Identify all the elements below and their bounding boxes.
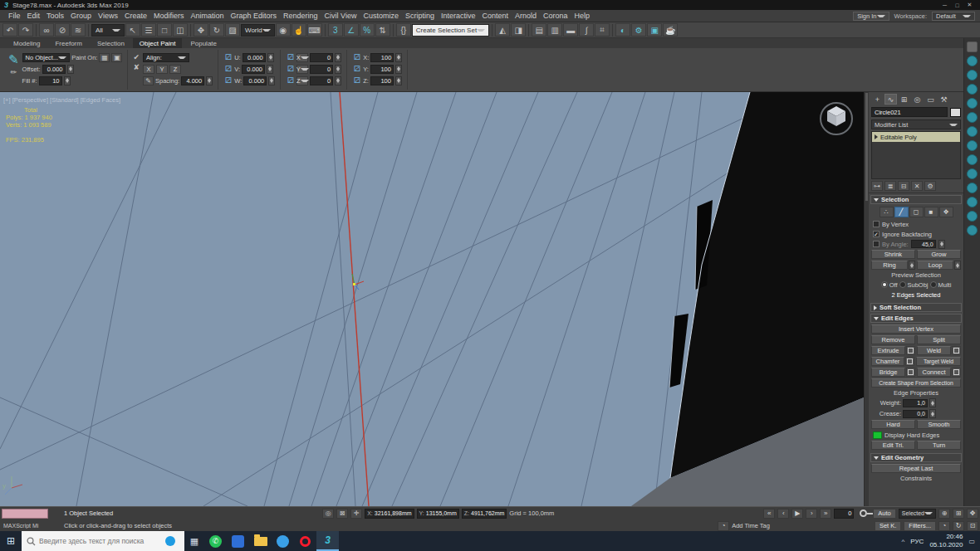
percent-snap-icon[interactable]: % xyxy=(360,23,375,37)
edit-named-selection-sets-icon[interactable]: {} xyxy=(396,23,411,37)
rotation-z-spinner[interactable] xyxy=(335,76,341,85)
weld-button[interactable]: Weld xyxy=(917,346,951,355)
u-spinner[interactable] xyxy=(267,53,274,62)
cortana-icon[interactable] xyxy=(165,536,175,546)
time-tag-icon[interactable]: ◔ xyxy=(718,521,729,531)
dock-tool-icon[interactable] xyxy=(967,70,978,80)
close-icon[interactable]: ✕ xyxy=(963,1,976,10)
by-angle-checkbox[interactable] xyxy=(873,241,880,247)
scale-x-spinner[interactable] xyxy=(395,53,402,62)
tab-utilities[interactable]: ⚒ xyxy=(938,94,950,105)
crease-spinner[interactable] xyxy=(929,409,936,418)
maximize-icon[interactable]: □ xyxy=(951,1,963,10)
menu-interactive[interactable]: Interactive xyxy=(438,12,479,20)
preview-off-radio[interactable] xyxy=(881,281,888,288)
tab-create[interactable]: + xyxy=(871,94,884,105)
menu-file[interactable]: File xyxy=(5,12,24,20)
render-production-icon[interactable]: ☕ xyxy=(663,23,678,37)
preview-subobj-radio[interactable] xyxy=(899,281,906,288)
weight-input[interactable]: 1,0 xyxy=(903,399,928,407)
paint-on-scene-icon[interactable]: ▦ xyxy=(99,53,110,62)
select-and-scale-icon[interactable]: ▨ xyxy=(225,23,240,37)
isolate-selection-icon[interactable]: ◎ xyxy=(322,509,334,519)
named-selection-sets-dropdown[interactable]: Create Selection Set xyxy=(412,24,489,37)
remove-button[interactable]: Remove xyxy=(871,335,915,344)
randomize-rx-icon[interactable]: ⚂ xyxy=(286,53,295,61)
rotation-x-dropdown[interactable]: X xyxy=(296,53,308,62)
zoom-icon[interactable]: ⊕ xyxy=(938,509,950,519)
dock-tool-icon[interactable] xyxy=(967,41,978,52)
unlink-selection-icon[interactable]: ⊘ xyxy=(55,23,70,37)
absolute-mode-icon[interactable]: ✛ xyxy=(350,509,362,519)
go-to-end-icon[interactable]: » xyxy=(820,509,831,519)
menu-content[interactable]: Content xyxy=(478,12,512,20)
randomize-sy-icon[interactable]: ⚂ xyxy=(352,65,361,73)
selection-lock-icon[interactable]: ⊠ xyxy=(336,509,348,519)
key-filters-button[interactable]: Filters... xyxy=(904,521,936,531)
3dsmax-taskbar-icon[interactable]: 3 xyxy=(316,531,339,551)
dock-tool-icon[interactable] xyxy=(967,84,978,95)
menu-tools[interactable]: Tools xyxy=(43,12,67,20)
viewport-canvas[interactable] xyxy=(0,92,864,506)
hard-edge-color-swatch[interactable] xyxy=(873,432,882,439)
crease-input[interactable]: 0,0 xyxy=(903,410,928,418)
app-taskbar-icon[interactable] xyxy=(227,531,249,551)
select-and-move-icon[interactable]: ✥ xyxy=(194,23,208,37)
go-to-start-icon[interactable]: « xyxy=(763,509,775,519)
soft-selection-rollout-header[interactable]: Soft Selection xyxy=(870,303,962,312)
rotation-y-dropdown[interactable]: Y xyxy=(296,65,308,74)
v-input[interactable]: 0.000 xyxy=(242,65,265,74)
pin-stack-icon[interactable]: ⊶ xyxy=(871,181,883,191)
language-indicator[interactable]: РУС xyxy=(910,538,924,545)
taskbar-clock[interactable]: 20:46 05.10.2020 xyxy=(929,533,963,549)
scene-explorer-icon[interactable]: ▤ xyxy=(532,23,546,37)
spacing-input[interactable]: 4.000 xyxy=(181,76,204,85)
dock-tool-icon[interactable] xyxy=(967,183,978,193)
bridge-settings-icon[interactable] xyxy=(906,368,915,377)
cancel-cross-icon[interactable]: ✘ xyxy=(133,63,140,71)
edge-mode-icon[interactable]: ╱ xyxy=(894,207,909,217)
w-input[interactable]: 0.000 xyxy=(243,76,267,85)
element-mode-icon[interactable]: ❖ xyxy=(939,207,953,217)
turn-button[interactable]: Turn xyxy=(917,441,961,450)
selection-region-icon[interactable]: □ xyxy=(157,23,172,37)
border-mode-icon[interactable]: ◻ xyxy=(909,207,924,217)
y-coordinate-field[interactable]: Y:13155,0mm xyxy=(417,509,459,519)
align-z-button[interactable]: Z xyxy=(169,65,181,74)
menu-arnold[interactable]: Arnold xyxy=(512,12,540,20)
dock-tool-icon[interactable] xyxy=(967,168,978,179)
configure-modifier-sets-icon[interactable]: ⚙ xyxy=(924,181,936,191)
schematic-view-icon[interactable]: ⌗ xyxy=(595,23,610,37)
weld-settings-icon[interactable] xyxy=(952,346,961,355)
align-x-button[interactable]: X xyxy=(143,65,154,74)
ring-button[interactable]: Ring xyxy=(871,261,908,270)
fill-spinner[interactable] xyxy=(64,76,71,85)
dock-tool-icon[interactable] xyxy=(967,211,978,222)
object-name-field[interactable]: Circle021 xyxy=(871,107,948,117)
paint-on-selected-icon[interactable]: ▣ xyxy=(111,53,122,62)
spacing-brush-icon[interactable]: ✎ xyxy=(143,76,154,85)
minimize-icon[interactable]: ─ xyxy=(938,1,951,10)
edit-geometry-rollout-header[interactable]: Edit Geometry xyxy=(870,453,962,462)
extrude-settings-icon[interactable] xyxy=(906,346,915,355)
notification-center-icon[interactable]: ▭ xyxy=(968,538,975,545)
rotation-y-input[interactable]: 0 xyxy=(310,65,333,74)
curve-editor-icon[interactable]: ∫ xyxy=(579,23,594,37)
tab-populate[interactable]: Populate xyxy=(184,38,223,48)
menu-views[interactable]: Views xyxy=(95,12,121,20)
split-button[interactable]: Split xyxy=(917,335,961,344)
weight-spinner[interactable] xyxy=(929,398,936,407)
current-frame-field[interactable]: 0 xyxy=(834,509,854,519)
select-and-manipulate-icon[interactable]: ☝ xyxy=(292,23,306,37)
menu-animation[interactable]: Animation xyxy=(187,12,227,20)
modifier-list-dropdown[interactable]: Modifier List xyxy=(871,119,961,129)
scale-y-spinner[interactable] xyxy=(395,65,402,74)
start-button[interactable]: ⊞ xyxy=(0,531,22,551)
align-dropdown[interactable]: Align: xyxy=(143,53,189,62)
stack-item-editable-poly[interactable]: Editable Poly xyxy=(872,132,960,142)
layer-explorer-icon[interactable]: ▥ xyxy=(547,23,562,37)
chamfer-button[interactable]: Chamfer xyxy=(871,357,904,366)
rotation-z-input[interactable]: 0 xyxy=(310,76,333,85)
select-by-name-icon[interactable]: ☰ xyxy=(141,23,156,37)
pan-icon[interactable]: ✥ xyxy=(967,509,978,519)
